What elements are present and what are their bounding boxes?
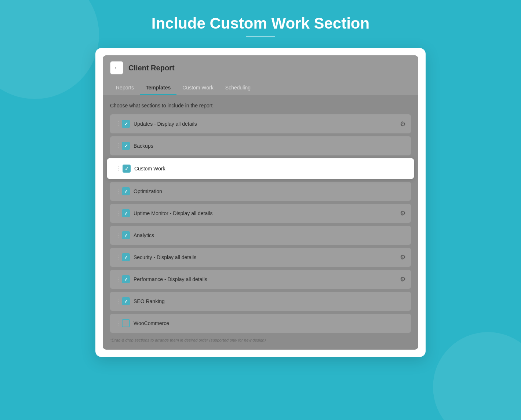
drag-handle[interactable]: [115, 230, 117, 240]
drag-handle[interactable]: [115, 208, 117, 218]
panel-header: ← Client Report: [103, 55, 418, 80]
row-label-performance: Performance - Display all details: [134, 276, 396, 282]
drag-handle[interactable]: [115, 274, 117, 284]
list-item: WooCommerce: [110, 314, 411, 333]
tab-templates[interactable]: Templates: [140, 80, 176, 95]
list-item: Analytics: [110, 226, 411, 245]
title-underline: [246, 36, 275, 37]
gear-icon-performance[interactable]: ⚙: [400, 275, 406, 283]
list-item: Optimization: [110, 182, 411, 201]
checkbox-seo[interactable]: [122, 297, 130, 305]
gear-icon-updates[interactable]: ⚙: [400, 120, 406, 128]
checkbox-security[interactable]: [122, 253, 130, 261]
checkbox-optimization[interactable]: [122, 187, 130, 195]
gear-icon-security[interactable]: ⚙: [400, 253, 406, 261]
tabs-bar: Reports Templates Custom Work Scheduling: [103, 80, 418, 95]
checkbox-backups[interactable]: [122, 142, 130, 150]
list-item: Performance - Display all details ⚙: [110, 270, 411, 289]
drag-handle[interactable]: [115, 318, 117, 328]
checkbox-analytics[interactable]: [122, 231, 130, 239]
panel-content: Choose what sections to include in the r…: [103, 95, 418, 350]
row-label-optimization: Optimization: [134, 188, 406, 194]
row-label-custom-work: Custom Work: [134, 166, 405, 172]
tab-reports[interactable]: Reports: [110, 80, 140, 95]
gear-icon-uptime[interactable]: ⚙: [400, 209, 406, 217]
list-item: Backups: [110, 136, 411, 155]
card-container: ← Client Report Reports Templates Custom…: [95, 48, 426, 357]
tab-scheduling[interactable]: Scheduling: [219, 80, 256, 95]
section-label: Choose what sections to include in the r…: [110, 103, 411, 108]
row-label-security: Security - Display all details: [134, 254, 396, 260]
list-item: Updates - Display all details ⚙: [110, 114, 411, 133]
page-title: Include Custom Work Section: [152, 15, 369, 32]
row-label-seo: SEO Ranking: [134, 298, 406, 304]
row-label-analytics: Analytics: [134, 232, 406, 238]
checklist: Updates - Display all details ⚙ Backups …: [110, 114, 411, 333]
back-button[interactable]: ←: [110, 61, 123, 74]
checkbox-uptime[interactable]: [122, 209, 130, 217]
list-item: Uptime Monitor - Display all details ⚙: [110, 204, 411, 223]
drag-handle[interactable]: [115, 119, 117, 129]
drag-handle[interactable]: [116, 163, 117, 174]
panel-title: Client Report: [128, 64, 175, 72]
list-item: Security - Display all details ⚙: [110, 248, 411, 267]
drag-handle[interactable]: [115, 296, 117, 306]
list-item: SEO Ranking: [110, 292, 411, 311]
drag-handle[interactable]: [115, 186, 117, 196]
row-label-updates: Updates - Display all details: [134, 121, 396, 127]
checkbox-performance[interactable]: [122, 275, 130, 283]
checkbox-updates[interactable]: [122, 120, 130, 128]
drag-handle[interactable]: [115, 252, 117, 262]
row-label-woocommerce: WooCommerce: [134, 320, 406, 326]
app-panel: ← Client Report Reports Templates Custom…: [103, 55, 418, 350]
row-label-backups: Backups: [134, 143, 406, 149]
checkbox-woocommerce[interactable]: [122, 319, 130, 327]
checkbox-custom-work[interactable]: [123, 165, 131, 173]
drag-handle[interactable]: [115, 141, 117, 151]
tab-custom-work[interactable]: Custom Work: [176, 80, 219, 95]
list-item-custom-work: Custom Work: [107, 158, 414, 179]
footer-note: *Drag & drop sections to arrange them in…: [110, 338, 411, 342]
row-label-uptime: Uptime Monitor - Display all details: [134, 210, 396, 216]
